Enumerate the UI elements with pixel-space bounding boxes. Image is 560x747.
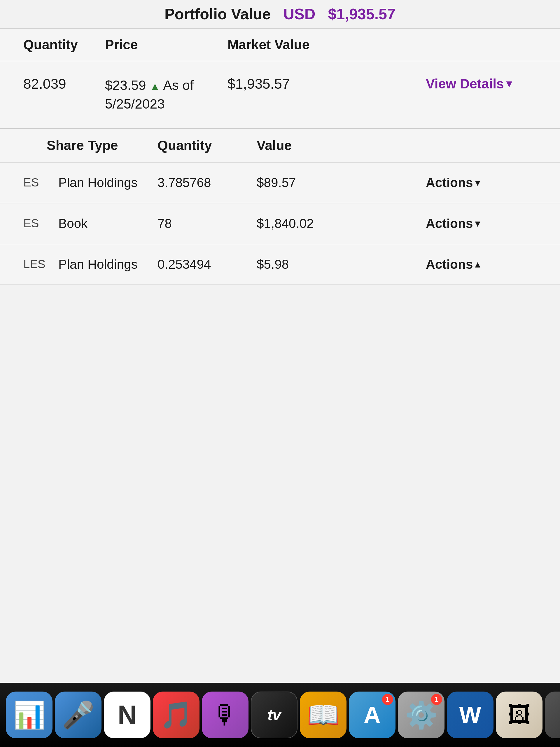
settings-badge: 1 bbox=[431, 694, 442, 705]
dock-item-appstore[interactable]: A 1 bbox=[349, 692, 396, 738]
dock: 📊 🎤 N 🎵 🎙 tv 📖 A 1 ⚙️ 1 W 🖼 ⌗ 🔍 bbox=[0, 683, 560, 747]
holding-row-2-actions-chevron-icon: ▾ bbox=[475, 218, 480, 229]
holding-row-3-actions-button[interactable]: Actions ▴ bbox=[426, 257, 537, 272]
holding-row-3-actions[interactable]: Actions ▴ bbox=[426, 257, 537, 272]
books-icon: 📖 bbox=[307, 700, 340, 730]
settings-icon: ⚙️ bbox=[405, 700, 437, 730]
holdings-column-headers: Share Type Quantity Value bbox=[0, 129, 560, 162]
portfolio-currency: USD bbox=[283, 5, 315, 23]
holding-row-2-value: $1,840.02 bbox=[257, 216, 426, 231]
word-icon: W bbox=[459, 701, 481, 728]
holding-row-2-quantity: 78 bbox=[158, 216, 257, 231]
portfolio-header: Portfolio Value USD $1,935.57 bbox=[0, 0, 560, 29]
table-header-row: Quantity Price Market Value bbox=[0, 29, 560, 61]
holding-row-3-actions-chevron-icon: ▴ bbox=[475, 259, 480, 270]
portfolio-title: Portfolio Value bbox=[164, 5, 271, 23]
preview-icon: 🖼 bbox=[507, 701, 531, 728]
holding-row-1-share-type: Plan Holdings bbox=[47, 175, 158, 190]
dock-item-word[interactable]: W bbox=[447, 692, 494, 738]
podcasts-icon: 🎙 bbox=[212, 700, 238, 730]
portfolio-total-value: $1,935.57 bbox=[328, 5, 396, 23]
summary-row: 82.039 $23.59 ▲ As of 5/25/2023 $1,935.5… bbox=[0, 61, 560, 129]
dock-item-preview[interactable]: 🖼 bbox=[496, 692, 542, 738]
appstore-badge: 1 bbox=[382, 694, 393, 705]
th-market-value: Market Value bbox=[228, 37, 426, 53]
holding-row-2-label: ES bbox=[23, 217, 47, 230]
price-up-arrow-icon: ▲ bbox=[150, 80, 163, 92]
bars-icon: 📊 bbox=[13, 700, 46, 730]
dock-item-news[interactable]: N bbox=[104, 692, 151, 738]
news-icon: N bbox=[118, 700, 137, 730]
holding-row-3-actions-label: Actions bbox=[426, 257, 473, 272]
holding-row-3-label: LES bbox=[23, 258, 47, 271]
dock-item-appletv[interactable]: tv bbox=[251, 692, 297, 738]
col-header-quantity: Quantity bbox=[158, 137, 257, 153]
holding-row-1-label: ES bbox=[23, 176, 47, 189]
holding-row-1-actions-chevron-icon: ▾ bbox=[475, 177, 480, 188]
col-header-share-type: Share Type bbox=[47, 137, 158, 153]
keynote-icon: 🎤 bbox=[62, 700, 95, 730]
summary-quantity: 82.039 bbox=[23, 76, 105, 92]
view-details-container[interactable]: View Details ▾ bbox=[426, 76, 537, 92]
holding-row-2: ES Book 78 $1,840.02 Actions ▾ bbox=[0, 203, 560, 244]
holding-row-1-value: $89.57 bbox=[257, 175, 426, 190]
holding-row-3-quantity: 0.253494 bbox=[158, 257, 257, 272]
view-details-chevron-icon: ▾ bbox=[506, 78, 512, 90]
holding-row-1-actions-label: Actions bbox=[426, 175, 473, 190]
holding-row-1-quantity: 3.785768 bbox=[158, 175, 257, 190]
dock-item-calculator[interactable]: ⌗ bbox=[545, 692, 560, 738]
main-content: Portfolio Value USD $1,935.57 Quantity P… bbox=[0, 0, 560, 484]
summary-market-value: $1,935.57 bbox=[228, 76, 426, 92]
dock-item-keynote[interactable]: 🎤 bbox=[55, 692, 102, 738]
view-details-label: View Details bbox=[426, 76, 504, 92]
summary-price: $23.59 ▲ As of 5/25/2023 bbox=[105, 76, 228, 113]
appletv-icon: tv bbox=[267, 706, 281, 724]
holding-row-2-actions[interactable]: Actions ▾ bbox=[426, 216, 537, 231]
dock-item-books[interactable]: 📖 bbox=[300, 692, 347, 738]
dock-item-music[interactable]: 🎵 bbox=[153, 692, 199, 738]
holding-row-1-actions[interactable]: Actions ▾ bbox=[426, 175, 537, 190]
dock-item-podcasts[interactable]: 🎙 bbox=[202, 692, 248, 738]
holding-row-2-actions-button[interactable]: Actions ▾ bbox=[426, 216, 537, 231]
th-quantity: Quantity bbox=[23, 37, 105, 53]
holding-row-2-share-type: Book bbox=[47, 216, 158, 231]
th-price: Price bbox=[105, 37, 228, 53]
holding-row-3: LES Plan Holdings 0.253494 $5.98 Actions… bbox=[0, 244, 560, 285]
holding-row-1: ES Plan Holdings 3.785768 $89.57 Actions… bbox=[0, 162, 560, 203]
holding-row-3-value: $5.98 bbox=[257, 257, 426, 272]
appstore-icon: A bbox=[364, 701, 381, 728]
dock-item-settings[interactable]: ⚙️ 1 bbox=[398, 692, 445, 738]
music-icon: 🎵 bbox=[160, 700, 192, 730]
dock-item-bars[interactable]: 📊 bbox=[6, 692, 53, 738]
spacer bbox=[0, 484, 560, 683]
holding-row-2-actions-label: Actions bbox=[426, 216, 473, 231]
summary-price-value: $23.59 bbox=[105, 78, 146, 93]
view-details-button[interactable]: View Details ▾ bbox=[426, 76, 537, 92]
holding-row-3-share-type: Plan Holdings bbox=[47, 257, 158, 272]
holding-row-1-actions-button[interactable]: Actions ▾ bbox=[426, 175, 537, 190]
col-header-value: Value bbox=[257, 137, 426, 153]
